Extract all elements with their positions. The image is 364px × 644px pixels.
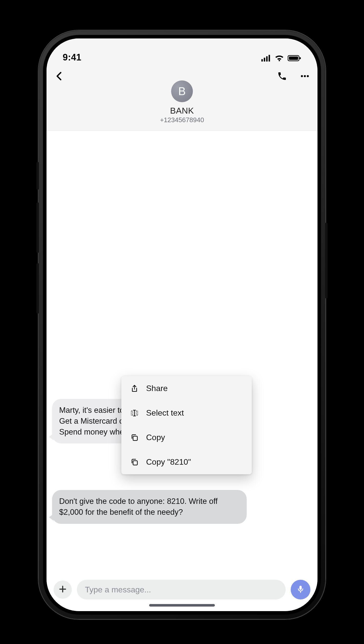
message-input-placeholder: Type a message... xyxy=(85,585,151,594)
context-menu-label: Copy xyxy=(146,433,165,442)
back-button[interactable] xyxy=(54,71,65,82)
svg-rect-5 xyxy=(289,56,298,60)
svg-rect-1 xyxy=(264,58,265,61)
conversation-header: B BANK +12345678940 xyxy=(47,66,317,131)
conversation-area[interactable]: Marty, it's easier to pay for purchases … xyxy=(47,131,317,576)
contact-name: BANK xyxy=(170,106,194,116)
svg-rect-10 xyxy=(131,411,133,415)
contact-number: +12345678940 xyxy=(160,116,204,124)
context-menu-copy-code[interactable]: Copy "8210" xyxy=(121,450,252,474)
context-menu-label: Share xyxy=(146,384,168,393)
microphone-icon xyxy=(296,585,305,595)
add-attachment-button[interactable] xyxy=(54,581,72,599)
svg-point-8 xyxy=(304,75,306,77)
context-menu-label: Copy "8210" xyxy=(146,457,191,467)
svg-rect-0 xyxy=(261,59,263,62)
svg-rect-11 xyxy=(136,411,138,415)
call-button[interactable] xyxy=(277,71,287,82)
svg-rect-13 xyxy=(133,461,137,465)
svg-rect-12 xyxy=(133,436,137,440)
home-indicator[interactable] xyxy=(149,604,215,607)
svg-point-9 xyxy=(307,75,309,77)
battery-icon xyxy=(288,55,301,63)
message-bubble-selected[interactable]: Don't give the code to anyone: 8210. Wri… xyxy=(52,490,247,524)
context-menu-share[interactable]: Share xyxy=(121,376,252,401)
voice-message-button[interactable] xyxy=(291,580,310,599)
svg-rect-2 xyxy=(266,56,268,61)
status-bar: 9:41 xyxy=(47,38,317,66)
wifi-icon xyxy=(275,55,284,63)
svg-rect-3 xyxy=(269,55,270,62)
status-icons xyxy=(261,55,301,63)
status-time: 9:41 xyxy=(63,52,81,63)
message-input[interactable]: Type a message... xyxy=(77,580,286,599)
context-menu-label: Select text xyxy=(146,408,184,418)
svg-point-7 xyxy=(301,75,303,77)
select-text-icon xyxy=(130,409,139,418)
more-menu-button[interactable] xyxy=(300,71,310,82)
plus-icon xyxy=(58,583,67,596)
context-menu: Share Select text Copy xyxy=(121,376,252,474)
context-menu-copy[interactable]: Copy xyxy=(121,425,252,450)
svg-rect-6 xyxy=(300,57,301,59)
message-text: Don't give the code to anyone: 8210. Wri… xyxy=(59,497,218,517)
context-menu-select-text[interactable]: Select text xyxy=(121,401,252,425)
avatar-initial: B xyxy=(178,85,186,98)
share-icon xyxy=(130,384,139,393)
phone-screen: 9:41 xyxy=(47,38,317,611)
copy-icon xyxy=(130,458,139,467)
cellular-signal-icon xyxy=(261,55,271,63)
contact-avatar[interactable]: B xyxy=(171,80,193,102)
svg-rect-14 xyxy=(300,586,302,590)
copy-icon xyxy=(130,433,139,442)
